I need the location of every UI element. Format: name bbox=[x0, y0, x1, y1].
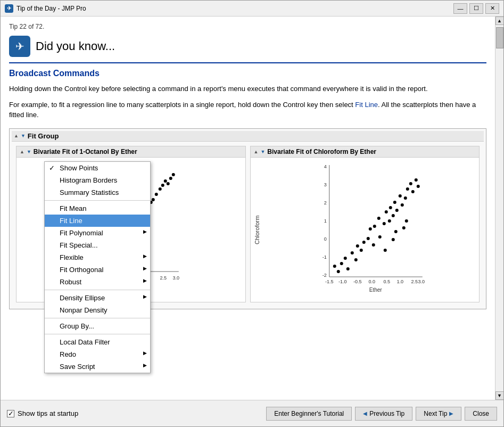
svg-point-65 bbox=[362, 241, 365, 244]
menu-item-histogram-borders[interactable]: Histogram Borders bbox=[45, 174, 150, 186]
did-you-know-text: Did you know... bbox=[36, 39, 115, 53]
tutorial-button[interactable]: Enter Beginner's Tutorial bbox=[266, 407, 352, 421]
svg-point-77 bbox=[393, 201, 396, 204]
chart1-header: ▲ ▼ Bivariate Fit of 1-Octanol By Ether bbox=[16, 146, 245, 158]
footer-left: ✓ Show tips at startup bbox=[7, 409, 78, 417]
svg-point-80 bbox=[400, 203, 403, 207]
svg-point-35 bbox=[167, 182, 170, 185]
paragraph2: For example, to fit a regression line to… bbox=[9, 100, 486, 120]
show-tips-label: Show tips at startup bbox=[18, 409, 78, 417]
menu-item-fit-mean[interactable]: Fit Mean bbox=[45, 202, 150, 215]
chart1: ▲ ▼ Bivariate Fit of 1-Octanol By Ether bbox=[16, 146, 246, 302]
chart-area: ▲ ▼ Fit Group ▲ ▼ Bivariate Fit of 1-Oct… bbox=[9, 128, 486, 309]
svg-point-31 bbox=[155, 193, 158, 196]
scroll-down-button[interactable]: ▼ bbox=[495, 391, 504, 400]
svg-point-61 bbox=[350, 251, 353, 254]
prev-tip-button[interactable]: ◀ Previous Tip bbox=[355, 407, 412, 421]
svg-point-91 bbox=[404, 219, 408, 223]
svg-point-64 bbox=[359, 249, 362, 252]
chart2-plot: -2 -1 0 1 2 3 4 -1.5 bbox=[261, 160, 477, 300]
menu-item-robust[interactable]: Robust bbox=[45, 276, 150, 288]
svg-point-33 bbox=[161, 184, 164, 187]
next-arrow-icon: ▶ bbox=[449, 410, 453, 416]
menu-item-summary-statistics[interactable]: Summary Statistics bbox=[45, 186, 150, 199]
tip-counter: Tip 22 of 72. bbox=[9, 23, 486, 30]
svg-point-32 bbox=[159, 187, 162, 191]
svg-point-87 bbox=[383, 249, 386, 252]
menu-item-fit-polynomial[interactable]: Fit Polynomial bbox=[45, 227, 150, 239]
svg-text:0: 0 bbox=[324, 236, 326, 242]
svg-point-34 bbox=[164, 179, 167, 183]
minimize-button[interactable]: — bbox=[453, 3, 467, 14]
menu-item-save-script[interactable]: Save Script bbox=[45, 360, 150, 373]
menu-item-show-points[interactable]: Show Points bbox=[45, 162, 150, 174]
close-button[interactable]: Close bbox=[465, 407, 497, 421]
svg-point-73 bbox=[384, 210, 387, 214]
svg-point-68 bbox=[371, 243, 375, 247]
close-window-button[interactable]: ✕ bbox=[485, 3, 499, 14]
svg-point-88 bbox=[391, 238, 394, 241]
fit-group-header: ▲ ▼ Fit Group bbox=[12, 131, 484, 142]
fit-group-label: Fit Group bbox=[28, 132, 59, 140]
svg-point-90 bbox=[402, 226, 405, 229]
svg-text:Ether: Ether bbox=[369, 287, 382, 293]
scroll-up-button[interactable]: ▲ bbox=[495, 17, 504, 25]
svg-point-71 bbox=[378, 235, 381, 239]
chart2-svg: -2 -1 0 1 2 3 4 -1.5 bbox=[261, 160, 477, 298]
chart1-title: Bivariate Fit of 1-Octanol By Ether bbox=[34, 148, 137, 155]
svg-text:-2: -2 bbox=[322, 273, 326, 278]
next-tip-button[interactable]: Next Tip ▶ bbox=[416, 407, 461, 421]
scroll-thumb[interactable] bbox=[496, 27, 503, 48]
scroll-track[interactable] bbox=[495, 25, 503, 391]
svg-point-82 bbox=[406, 187, 409, 191]
svg-text:-1: -1 bbox=[322, 254, 326, 260]
chart2-y-label: Chloroform bbox=[253, 160, 261, 300]
menu-item-density-ellipse[interactable]: Density Ellipse bbox=[45, 292, 150, 304]
menu-item-flexible[interactable]: Flexible bbox=[45, 251, 150, 264]
svg-point-60 bbox=[346, 267, 349, 270]
chart2-title: Bivariate Fit of Chloroform By Ether bbox=[267, 148, 376, 155]
chart2-header: ▲ ▼ Bivariate Fit of Chloroform By Ether bbox=[251, 146, 480, 158]
svg-text:1: 1 bbox=[324, 218, 326, 224]
section-title: Broadcast Commands bbox=[9, 69, 486, 78]
collapse-triangle-icon[interactable]: ▲ bbox=[14, 133, 19, 138]
svg-text:0.5: 0.5 bbox=[383, 279, 390, 284]
menu-separator bbox=[45, 334, 150, 334]
show-tips-checkbox[interactable]: ✓ bbox=[7, 410, 14, 417]
svg-text:0.0: 0.0 bbox=[368, 279, 375, 284]
svg-point-59 bbox=[343, 257, 346, 260]
context-menu: Show PointsHistogram BordersSummary Stat… bbox=[44, 161, 151, 373]
svg-text:3.0: 3.0 bbox=[418, 279, 425, 284]
menu-separator bbox=[45, 200, 150, 201]
did-you-know-header: ✈ Did you know... bbox=[9, 36, 486, 63]
footer-right: Enter Beginner's Tutorial ◀ Previous Tip… bbox=[266, 407, 497, 421]
svg-point-72 bbox=[382, 222, 385, 225]
scrollbar[interactable]: ▲ ▼ bbox=[495, 17, 503, 400]
svg-text:3: 3 bbox=[324, 182, 326, 187]
charts-row: ▲ ▼ Bivariate Fit of 1-Octanol By Ether bbox=[12, 142, 484, 307]
prev-arrow-icon: ◀ bbox=[363, 410, 367, 416]
menu-item-nonpar-density[interactable]: Nonpar Density bbox=[45, 304, 150, 316]
app-icon: ✈ bbox=[5, 4, 13, 13]
next-tip-label: Next Tip bbox=[424, 410, 447, 417]
chart1-collapse-icon[interactable]: ▲ bbox=[20, 149, 24, 154]
plane-icon: ✈ bbox=[9, 36, 30, 57]
menu-item-fit-special---[interactable]: Fit Special... bbox=[45, 239, 150, 251]
menu-item-fit-line[interactable]: Fit Line bbox=[45, 215, 150, 227]
menu-item-redo[interactable]: Redo bbox=[45, 348, 150, 360]
menu-item-group-by---[interactable]: Group By... bbox=[45, 320, 150, 332]
content-area: Tip 22 of 72. ✈ Did you know... Broadcas… bbox=[1, 17, 503, 400]
main-content: Tip 22 of 72. ✈ Did you know... Broadcas… bbox=[1, 17, 495, 400]
blue-triangle-icon: ▼ bbox=[21, 133, 26, 138]
chart2-blue-icon: ▼ bbox=[260, 149, 265, 154]
svg-text:4: 4 bbox=[324, 164, 326, 169]
menu-item-local-data-filter[interactable]: Local Data Filter bbox=[45, 336, 150, 348]
svg-point-63 bbox=[356, 244, 359, 248]
fit-line-link[interactable]: Fit Line bbox=[355, 101, 378, 109]
chart2: ▲ ▼ Bivariate Fit of Chloroform By Ether… bbox=[250, 146, 480, 302]
chart2-collapse-icon[interactable]: ▲ bbox=[254, 149, 259, 154]
menu-item-fit-orthogonal[interactable]: Fit Orthogonal bbox=[45, 264, 150, 276]
svg-point-83 bbox=[409, 182, 412, 185]
maximize-button[interactable]: ☐ bbox=[469, 3, 483, 14]
svg-text:-0.5: -0.5 bbox=[353, 279, 361, 284]
